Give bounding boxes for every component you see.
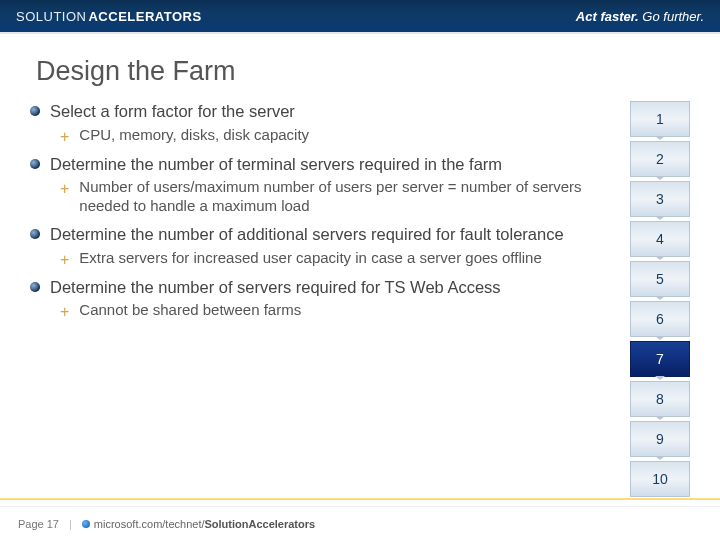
step-box-6[interactable]: 6: [630, 301, 690, 337]
brand-bold: ACCELERATORS: [88, 9, 201, 24]
step-box-4[interactable]: 4: [630, 221, 690, 257]
bullet-item: Determine the number of additional serve…: [30, 224, 608, 269]
bullet-dot-icon: [30, 106, 40, 116]
bullet-text: Select a form factor for the server: [50, 101, 295, 122]
bullet-item: Determine the number of servers required…: [30, 277, 608, 322]
bullet-dot-icon: [30, 229, 40, 239]
step-box-5[interactable]: 5: [630, 261, 690, 297]
bullet-list: Select a form factor for the server+CPU,…: [30, 101, 608, 501]
step-box-9[interactable]: 9: [630, 421, 690, 457]
brand-thin: SOLUTION: [16, 9, 86, 24]
divider-line: [0, 498, 720, 500]
sub-bullet-text: Extra servers for increased user capacit…: [79, 249, 541, 268]
plus-icon: +: [60, 302, 69, 321]
footer-sep: |: [69, 518, 72, 530]
sub-bullet-text: Number of users/maximum number of users …: [79, 178, 608, 216]
tagline-a: Act faster.: [576, 9, 639, 24]
tagline-b: Go further.: [642, 9, 704, 24]
slide: SOLUTION ACCELERATORS Act faster. Go fur…: [0, 0, 720, 540]
bullet-text: Determine the number of servers required…: [50, 277, 501, 298]
ms-dot-icon: [82, 520, 90, 528]
ms-link-b: SolutionAccelerators: [205, 518, 316, 530]
ms-link: microsoft.com/technet/SolutionAccelerato…: [94, 518, 315, 530]
step-box-1[interactable]: 1: [630, 101, 690, 137]
step-nav: 12345678910: [630, 101, 690, 501]
plus-icon: +: [60, 179, 69, 198]
sub-bullet-item: +CPU, memory, disks, disk capacity: [60, 126, 608, 146]
plus-icon: +: [60, 250, 69, 269]
ms-badge: microsoft.com/technet/SolutionAccelerato…: [82, 518, 315, 530]
header-bar: SOLUTION ACCELERATORS Act faster. Go fur…: [0, 0, 720, 34]
ms-link-a: microsoft.com/technet/: [94, 518, 205, 530]
sub-bullet-item: +Extra servers for increased user capaci…: [60, 249, 608, 269]
slide-title: Design the Farm: [36, 56, 690, 87]
bullet-text: Determine the number of additional serve…: [50, 224, 564, 245]
step-box-2[interactable]: 2: [630, 141, 690, 177]
body: Select a form factor for the server+CPU,…: [30, 101, 690, 501]
page-number: Page 17: [18, 518, 59, 530]
step-box-8[interactable]: 8: [630, 381, 690, 417]
step-box-7[interactable]: 7: [630, 341, 690, 377]
step-box-10[interactable]: 10: [630, 461, 690, 497]
brand: SOLUTION ACCELERATORS: [16, 9, 202, 24]
sub-bullet-item: +Number of users/maximum number of users…: [60, 178, 608, 216]
bullet-item: Select a form factor for the server+CPU,…: [30, 101, 608, 146]
plus-icon: +: [60, 127, 69, 146]
bullet-text: Determine the number of terminal servers…: [50, 154, 502, 175]
bullet-dot-icon: [30, 282, 40, 292]
sub-bullet-text: Cannot be shared between farms: [79, 301, 301, 320]
sub-bullet-text: CPU, memory, disks, disk capacity: [79, 126, 309, 145]
step-box-3[interactable]: 3: [630, 181, 690, 217]
bullet-item: Determine the number of terminal servers…: [30, 154, 608, 216]
tagline: Act faster. Go further.: [576, 9, 704, 24]
footer: Page 17 | microsoft.com/technet/Solution…: [0, 506, 720, 540]
content: Design the Farm Select a form factor for…: [0, 40, 720, 500]
sub-bullet-item: +Cannot be shared between farms: [60, 301, 608, 321]
bullet-dot-icon: [30, 159, 40, 169]
